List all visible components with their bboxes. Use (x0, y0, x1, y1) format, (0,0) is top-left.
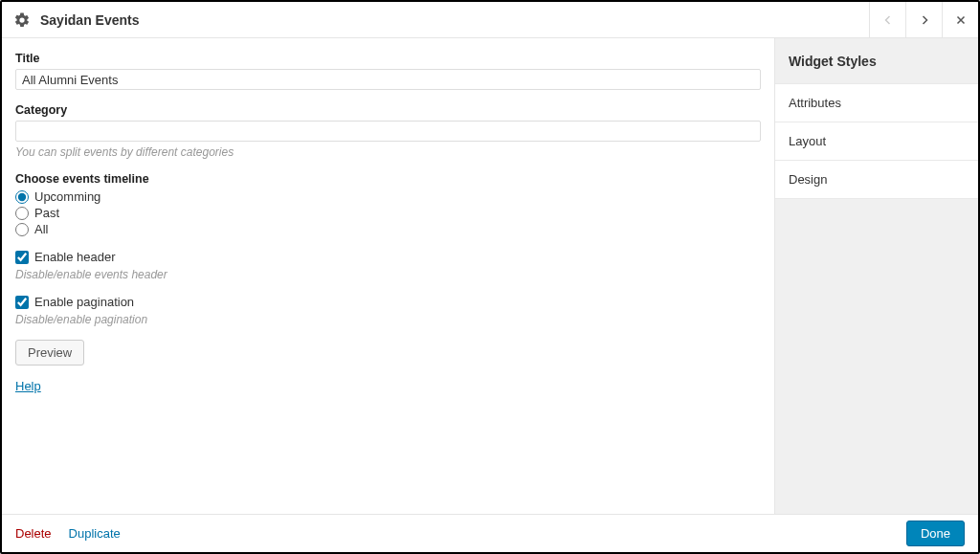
radio-past-label: Past (34, 206, 59, 220)
duplicate-link[interactable]: Duplicate (69, 526, 121, 541)
pagination-checkbox-block: Enable pagination Disable/enable paginat… (15, 295, 761, 326)
sidebar-item-layout[interactable]: Layout (775, 122, 978, 161)
timeline-block: Choose events timeline Upcomming Past Al… (15, 172, 761, 236)
delete-link[interactable]: Delete (15, 526, 52, 541)
radio-upcoming[interactable] (15, 190, 29, 204)
header-checkbox-block: Enable header Disable/enable events head… (15, 250, 761, 281)
widget-title: Sayidan Events (40, 12, 140, 28)
category-label: Category (15, 103, 761, 117)
gear-icon (13, 11, 31, 29)
prev-button (869, 2, 905, 37)
enable-header-helper: Disable/enable events header (15, 268, 761, 281)
next-button[interactable] (905, 2, 942, 37)
title-field-block: Title (15, 52, 761, 90)
sidebar: Widget Styles Attributes Layout Design (774, 38, 978, 514)
preview-block: Preview (15, 340, 761, 366)
radio-all[interactable] (15, 223, 29, 236)
sidebar-title: Widget Styles (775, 38, 978, 84)
sidebar-item-design[interactable]: Design (775, 160, 978, 199)
enable-pagination-helper: Disable/enable pagination (15, 313, 761, 326)
footer-left: Delete Duplicate (15, 526, 121, 541)
pagination-check-row: Enable pagination (15, 295, 761, 309)
title-input[interactable] (15, 69, 761, 90)
body: Title Category You can split events by d… (2, 38, 978, 514)
timeline-label: Choose events timeline (15, 172, 761, 186)
main-panel: Title Category You can split events by d… (2, 38, 774, 514)
enable-header-checkbox[interactable] (15, 251, 29, 264)
help-block: Help (15, 379, 761, 393)
widget-settings-window: Sayidan Events Title Category You can sp… (0, 0, 980, 554)
help-link[interactable]: Help (15, 379, 41, 393)
close-button[interactable] (942, 2, 978, 37)
sidebar-item-attributes[interactable]: Attributes (775, 83, 978, 122)
title-label: Title (15, 52, 761, 65)
header-left: Sayidan Events (2, 2, 869, 37)
header-bar: Sayidan Events (2, 2, 978, 38)
footer: Delete Duplicate Done (2, 514, 978, 552)
radio-row-past: Past (15, 206, 761, 220)
category-field-block: Category You can split events by differe… (15, 103, 761, 159)
enable-pagination-checkbox[interactable] (15, 296, 29, 309)
preview-button[interactable]: Preview (15, 340, 84, 366)
radio-past[interactable] (15, 207, 29, 220)
radio-all-label: All (34, 222, 48, 236)
enable-header-label: Enable header (34, 250, 116, 264)
category-helper: You can split events by different catego… (15, 145, 761, 159)
header-check-row: Enable header (15, 250, 761, 264)
category-input[interactable] (15, 121, 761, 142)
done-button[interactable]: Done (906, 521, 965, 546)
enable-pagination-label: Enable pagination (34, 295, 134, 309)
radio-row-all: All (15, 222, 761, 236)
radio-row-upcoming: Upcomming (15, 189, 761, 204)
radio-upcoming-label: Upcomming (34, 189, 100, 204)
